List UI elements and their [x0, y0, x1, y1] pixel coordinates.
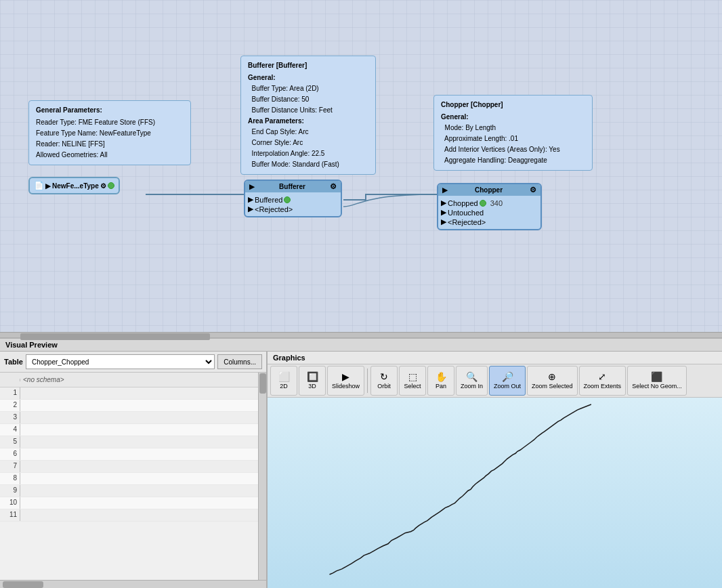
btn-orbit-label: Orbit — [377, 383, 391, 390]
bufferer-node[interactable]: ▶ Bufferer ⚙ ▶ Buffered ▶ <Rejected> — [244, 180, 342, 217]
canvas-scrollbar[interactable] — [0, 332, 722, 337]
schema-label: <no schema> — [20, 375, 258, 385]
table-hscroll-thumb[interactable] — [3, 581, 43, 588]
btn-slideshow[interactable]: ▶ Slideshow — [327, 366, 364, 396]
chopper-info-card: Chopper [Chopper] General: Mode: By Leng… — [433, 95, 593, 171]
btn-2d-label: 2D — [280, 383, 288, 390]
btn-select-no-geom[interactable]: ⬛ Select No Geom... — [627, 366, 687, 396]
btn-2d[interactable]: ⬜ 2D — [270, 366, 297, 396]
btn-orbit[interactable]: ↻ Orbit — [370, 366, 398, 396]
table-toolbar: Table Chopper_Chopped Columns... — [0, 352, 266, 373]
buffered-arrow: ▶ — [248, 195, 253, 204]
table-row: 9 — [0, 485, 258, 497]
btn-zoom-selected[interactable]: ⊕ Zoom Selected — [527, 366, 578, 396]
table-row: 8 — [0, 473, 258, 485]
toolbar-sep-1 — [367, 369, 368, 393]
zoom-out-icon: 🔎 — [502, 372, 513, 381]
table-content: <no schema> 1 2 3 — [0, 373, 266, 580]
chopper-rejected-label: <Rejected> — [448, 218, 486, 226]
chopper-node[interactable]: ▶ Chopper ⚙ ▶ Chopped 340 ▶ Untouched ▶ … — [437, 183, 542, 230]
untouched-arrow: ▶ — [441, 208, 446, 217]
bufferer-play-icon: ▶ — [249, 183, 255, 190]
reader-label: NewFe...eType — [52, 182, 99, 190]
2d-icon: ⬜ — [278, 372, 290, 381]
table-row: 5 — [0, 436, 258, 448]
table-row: 11 — [0, 509, 258, 522]
chopper-rejected-arrow: ▶ — [441, 217, 446, 226]
table-row: 1 — [0, 387, 258, 400]
chopped-label: Chopped — [448, 199, 478, 207]
rejected-arrow: ▶ — [248, 205, 253, 213]
graphics-toolbar: ⬜ 2D 🔲 3D ▶ Slideshow ↻ Orbit ⬚ — [268, 364, 722, 398]
chopped-count: 340 — [490, 199, 503, 207]
pan-icon: ✋ — [436, 372, 447, 381]
graphics-canvas[interactable] — [268, 398, 722, 588]
buffered-out — [284, 196, 291, 203]
vp-content: Table Chopper_Chopped Columns... <no sch… — [0, 352, 722, 588]
chopper-play-icon: ▶ — [442, 186, 448, 194]
table-label: Table — [4, 358, 23, 366]
schema-num — [0, 379, 20, 381]
btn-zoom-in-label: Zoom In — [461, 383, 483, 390]
zoom-in-icon: 🔍 — [466, 372, 477, 381]
reader-info-props: Reader Type: FME Feature Store (FFS) Fea… — [36, 117, 184, 161]
btn-zoom-extents-label: Zoom Extents — [584, 383, 622, 390]
btn-3d-label: 3D — [308, 383, 316, 390]
bufferer-title: Bufferer — [279, 183, 305, 190]
zoom-selected-icon: ⊕ — [548, 372, 556, 381]
orbit-icon: ↻ — [380, 372, 388, 381]
chopper-chopped-port: ▶ Chopped 340 — [441, 198, 538, 207]
reader-icon: 📄 — [34, 181, 44, 190]
table-row: 3 — [0, 412, 258, 424]
table-vscroll[interactable] — [258, 373, 266, 580]
chopper-header: ▶ Chopper ⚙ — [438, 184, 540, 196]
table-row: 6 — [0, 448, 258, 461]
btn-select[interactable]: ⬚ Select — [399, 366, 426, 396]
table-rows-container[interactable]: <no schema> 1 2 3 — [0, 373, 258, 580]
btn-select-label: Select — [404, 383, 421, 390]
table-row: 4 — [0, 424, 258, 436]
visual-preview-panel: Visual Preview Table Chopper_Chopped Col… — [0, 337, 722, 588]
bufferer-info-card: Bufferer [Bufferer] General: Buffer Type… — [240, 56, 376, 175]
table-row: 7 — [0, 461, 258, 473]
table-row: 2 — [0, 400, 258, 412]
table-vscroll-thumb[interactable] — [259, 373, 266, 394]
zoom-extents-icon: ⤢ — [598, 372, 606, 381]
btn-zoom-in[interactable]: 🔍 Zoom In — [456, 366, 488, 396]
graphics-svg — [268, 398, 722, 588]
btn-zoom-extents[interactable]: ⤢ Zoom Extents — [579, 366, 627, 396]
reader-info-card: General Parameters: Reader Type: FME Fea… — [28, 100, 191, 165]
columns-button[interactable]: Columns... — [217, 354, 262, 369]
3d-icon: 🔲 — [307, 372, 318, 381]
btn-pan[interactable]: ✋ Pan — [427, 366, 454, 396]
table-panel: Table Chopper_Chopped Columns... <no sch… — [0, 352, 268, 588]
graphics-header: Graphics — [268, 352, 722, 364]
bufferer-rejected-port: ▶ <Rejected> — [248, 205, 338, 213]
slideshow-icon: ▶ — [342, 372, 349, 381]
visual-preview-header: Visual Preview — [0, 339, 722, 352]
table-hscroll[interactable] — [0, 580, 266, 588]
chopped-arrow: ▶ — [441, 198, 446, 207]
btn-slideshow-label: Slideshow — [332, 383, 360, 390]
reader-node[interactable]: 📄 ▶ NewFe...eType ⚙ — [28, 177, 120, 194]
buffered-label: Buffered — [255, 196, 282, 204]
btn-select-no-geom-label: Select No Geom... — [632, 383, 682, 390]
btn-zoom-out[interactable]: 🔎 Zoom Out — [489, 366, 526, 396]
schema-row: <no schema> — [0, 373, 258, 387]
graphics-panel: Graphics ⬜ 2D 🔲 3D ▶ Slideshow ↻ — [268, 352, 722, 588]
bufferer-ports: ▶ Buffered ▶ <Rejected> — [245, 192, 341, 216]
btn-zoom-selected-label: Zoom Selected — [532, 383, 573, 390]
btn-pan-label: Pan — [436, 383, 446, 390]
canvas-area[interactable]: General Parameters: Reader Type: FME Fea… — [0, 0, 722, 332]
canvas-scrollbar-thumb[interactable] — [20, 333, 210, 340]
table-row: 10 — [0, 497, 258, 509]
btn-zoom-out-label: Zoom Out — [494, 383, 521, 390]
table-select[interactable]: Chopper_Chopped — [26, 354, 215, 369]
chopper-gear-icon[interactable]: ⚙ — [530, 186, 536, 194]
bufferer-header: ▶ Bufferer ⚙ — [245, 181, 341, 192]
bufferer-gear-icon[interactable]: ⚙ — [330, 182, 337, 191]
untouched-label: Untouched — [448, 209, 484, 217]
chopper-untouched-port: ▶ Untouched — [441, 208, 538, 217]
btn-3d[interactable]: 🔲 3D — [299, 366, 326, 396]
svg-rect-0 — [268, 398, 722, 588]
